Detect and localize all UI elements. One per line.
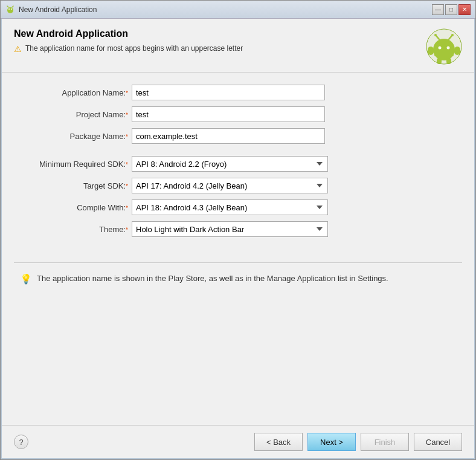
target-sdk-select[interactable]: API 17: Android 4.2 (Jelly Bean) API 18:…: [132, 178, 328, 193]
finish-button[interactable]: Finish: [361, 433, 409, 451]
compile-with-group: Compile With:* API 18: Android 4.3 (Jell…: [20, 199, 456, 215]
target-sdk-group: Target SDK:* API 17: Android 4.2 (Jelly …: [20, 178, 456, 193]
info-section: 💡 The application name is shown in the P…: [2, 270, 474, 285]
next-button[interactable]: Next >: [307, 433, 356, 451]
target-sdk-label: Target SDK:*: [20, 181, 132, 190]
package-name-asterisk: *: [126, 134, 128, 140]
footer-buttons: < Back Next > Finish Cancel: [254, 433, 462, 451]
title-bar: New Android Application — □ ✕: [1, 1, 475, 19]
theme-label: Theme:*: [20, 225, 132, 234]
header: New Android Application ⚠ The applicatio…: [2, 19, 474, 73]
svg-line-4: [7, 6, 8, 7]
app-name-asterisk: *: [126, 90, 128, 97]
title-bar-text: New Android Application: [19, 5, 97, 14]
project-name-input[interactable]: [132, 106, 325, 122]
svg-point-19: [426, 29, 462, 64]
info-text: The application name is shown in the Pla…: [37, 273, 388, 285]
min-sdk-select[interactable]: API 8: Android 2.2 (Froyo) API 9: Androi…: [132, 156, 328, 172]
min-sdk-group: Minimum Required SDK:* API 8: Android 2.…: [20, 156, 456, 172]
back-button[interactable]: < Back: [254, 433, 303, 451]
app-name-input[interactable]: [132, 85, 325, 100]
minimize-button[interactable]: —: [432, 4, 444, 15]
min-sdk-label: Minimum Required SDK:*: [20, 160, 132, 169]
cancel-button[interactable]: Cancel: [414, 433, 462, 451]
title-bar-icon: [5, 5, 15, 15]
theme-select[interactable]: Holo Light with Dark Action Bar Holo Dar…: [132, 221, 328, 237]
warning-icon: ⚠: [14, 44, 22, 54]
theme-asterisk: *: [126, 227, 128, 233]
target-sdk-asterisk: *: [126, 183, 128, 190]
header-left: New Android Application ⚠ The applicatio…: [14, 28, 426, 54]
android-logo: [426, 28, 462, 65]
info-icon: 💡: [20, 273, 32, 285]
project-name-group: Project Name:*: [20, 106, 456, 122]
svg-point-2: [8, 8, 10, 10]
maximize-button[interactable]: □: [445, 4, 457, 15]
package-name-input[interactable]: [132, 128, 325, 144]
separator: [14, 262, 462, 263]
form-area: Application Name:* Project Name:* Packag…: [2, 73, 474, 255]
title-bar-buttons: — □ ✕: [432, 4, 471, 15]
package-name-label: Package Name:*: [20, 132, 132, 141]
app-name-group: Application Name:*: [20, 85, 456, 100]
min-sdk-asterisk: *: [126, 161, 128, 168]
header-warning-text: The application name for most apps begin…: [25, 44, 243, 53]
svg-line-5: [12, 6, 13, 7]
header-warning: ⚠ The application name for most apps beg…: [14, 44, 426, 54]
svg-point-3: [11, 8, 12, 10]
project-name-label: Project Name:*: [20, 110, 132, 119]
compile-with-asterisk: *: [126, 205, 128, 212]
compile-with-select[interactable]: API 18: Android 4.3 (Jelly Bean): [132, 199, 328, 215]
close-button[interactable]: ✕: [458, 4, 471, 15]
theme-group: Theme:* Holo Light with Dark Action Bar …: [20, 221, 456, 237]
package-name-group: Package Name:*: [20, 128, 456, 144]
help-button[interactable]: ?: [14, 435, 28, 449]
footer: ? < Back Next > Finish Cancel: [2, 425, 474, 458]
content: New Android Application ⚠ The applicatio…: [1, 19, 475, 459]
project-name-asterisk: *: [126, 112, 128, 118]
footer-left: ?: [14, 435, 28, 449]
header-title: New Android Application: [14, 28, 426, 39]
compile-with-label: Compile With:*: [20, 203, 132, 212]
app-name-label: Application Name:*: [20, 88, 132, 97]
title-bar-left: New Android Application: [5, 5, 97, 15]
window: New Android Application — □ ✕ New Androi…: [0, 0, 476, 460]
